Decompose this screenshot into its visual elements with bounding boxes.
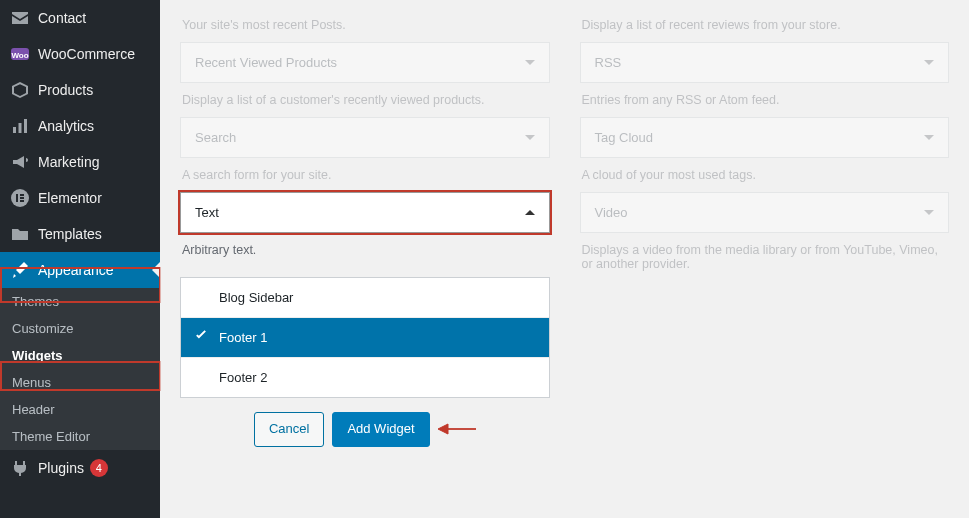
nav-templates[interactable]: Templates: [0, 216, 160, 252]
widget-rss[interactable]: RSS: [580, 42, 950, 83]
area-footer-2[interactable]: Footer 2: [181, 357, 549, 397]
svg-rect-3: [19, 123, 22, 133]
svg-text:Woo: Woo: [11, 51, 28, 60]
cancel-button[interactable]: Cancel: [254, 412, 324, 447]
widget-desc: Arbitrary text.: [180, 233, 550, 259]
update-badge: 4: [90, 459, 108, 477]
nav-label: Elementor: [38, 190, 102, 206]
widget-desc: Your site's most recent Posts.: [180, 0, 550, 34]
svg-rect-6: [16, 194, 18, 202]
sub-menus[interactable]: Menus: [0, 369, 160, 396]
chevron-down-icon: [924, 135, 934, 140]
svg-rect-9: [20, 200, 24, 202]
appearance-submenu: Themes Customize Widgets Menus Header Th…: [0, 288, 160, 450]
widget-desc: Display a list of recent reviews from yo…: [580, 0, 950, 34]
nav-label: WooCommerce: [38, 46, 135, 62]
widget-video[interactable]: Video: [580, 192, 950, 233]
woocommerce-icon: Woo: [10, 44, 30, 64]
admin-sidebar: Contact Woo WooCommerce Products Analyti…: [0, 0, 160, 518]
nav-label: Contact: [38, 10, 86, 26]
widget-desc: Display a list of a customer's recently …: [180, 83, 550, 109]
widget-tag-cloud[interactable]: Tag Cloud: [580, 117, 950, 158]
widget-area-list: Blog Sidebar Footer 1 Footer 2: [180, 277, 550, 398]
widget-rvp[interactable]: Recent Viewed Products: [180, 42, 550, 83]
megaphone-icon: [10, 152, 30, 172]
add-widget-button[interactable]: Add Widget: [332, 412, 429, 447]
main-content: Your site's most recent Posts. Recent Vi…: [160, 0, 969, 518]
paintbrush-icon: [10, 260, 30, 280]
widget-title: Search: [195, 130, 236, 145]
nav-elementor[interactable]: Elementor: [0, 180, 160, 216]
area-label: Blog Sidebar: [219, 290, 293, 305]
nav-plugins[interactable]: Plugins 4: [0, 450, 160, 486]
widget-title: Text: [195, 205, 219, 220]
svg-rect-8: [20, 197, 24, 199]
nav-contact[interactable]: Contact: [0, 0, 160, 36]
annotation-arrow: [438, 421, 476, 437]
nav-marketing[interactable]: Marketing: [0, 144, 160, 180]
widget-text-expanded[interactable]: Text: [180, 192, 550, 233]
widget-desc: Entries from any RSS or Atom feed.: [580, 83, 950, 109]
sub-theme-editor[interactable]: Theme Editor: [0, 423, 160, 450]
folder-icon: [10, 224, 30, 244]
chevron-down-icon: [924, 60, 934, 65]
nav-label: Templates: [38, 226, 102, 242]
widget-desc: A cloud of your most used tags.: [580, 158, 950, 184]
widget-title: Recent Viewed Products: [195, 55, 337, 70]
area-footer-1[interactable]: Footer 1: [181, 317, 549, 357]
nav-analytics[interactable]: Analytics: [0, 108, 160, 144]
cube-icon: [10, 80, 30, 100]
area-label: Footer 2: [219, 370, 267, 385]
check-icon: [194, 329, 208, 346]
widget-title: RSS: [595, 55, 622, 70]
chevron-down-icon: [525, 135, 535, 140]
sub-customize[interactable]: Customize: [0, 315, 160, 342]
nav-woocommerce[interactable]: Woo WooCommerce: [0, 36, 160, 72]
nav-label: Products: [38, 82, 93, 98]
sub-widgets[interactable]: Widgets: [0, 342, 160, 369]
sub-header[interactable]: Header: [0, 396, 160, 423]
widget-desc: Displays a video from the media library …: [580, 233, 950, 273]
area-label: Footer 1: [219, 330, 267, 345]
widget-desc: A search form for your site.: [180, 158, 550, 184]
bar-chart-icon: [10, 116, 30, 136]
nav-label: Analytics: [38, 118, 94, 134]
svg-rect-2: [13, 127, 16, 133]
nav-label: Marketing: [38, 154, 99, 170]
widget-search[interactable]: Search: [180, 117, 550, 158]
svg-rect-4: [24, 119, 27, 133]
area-blog-sidebar[interactable]: Blog Sidebar: [181, 278, 549, 317]
svg-rect-7: [20, 194, 24, 196]
sub-themes[interactable]: Themes: [0, 288, 160, 315]
nav-products[interactable]: Products: [0, 72, 160, 108]
envelope-icon: [10, 8, 30, 28]
nav-label: Appearance: [38, 262, 114, 278]
plug-icon: [10, 458, 30, 478]
widget-title: Video: [595, 205, 628, 220]
widget-actions: Cancel Add Widget: [180, 412, 550, 447]
chevron-down-icon: [924, 210, 934, 215]
chevron-down-icon: [525, 60, 535, 65]
svg-marker-11: [438, 424, 448, 434]
nav-appearance[interactable]: Appearance: [0, 252, 160, 288]
elementor-icon: [10, 188, 30, 208]
chevron-up-icon: [525, 210, 535, 215]
nav-label: Plugins: [38, 460, 84, 476]
widget-title: Tag Cloud: [595, 130, 654, 145]
